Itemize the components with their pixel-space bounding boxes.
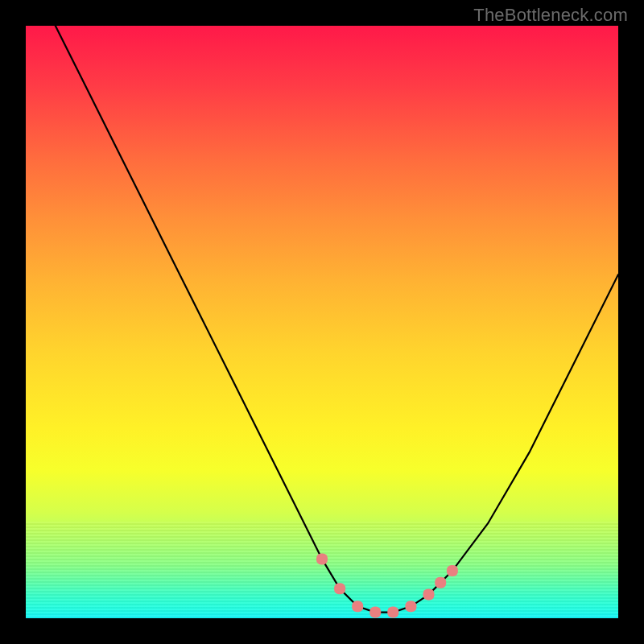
marker-dot (447, 565, 458, 576)
marker-dot (423, 589, 435, 601)
marker-dot (369, 607, 381, 618)
curve-line (56, 26, 618, 613)
marker-dot (334, 583, 345, 594)
marker-dot (405, 601, 416, 612)
marker-dot (435, 577, 446, 588)
chart-svg (26, 26, 618, 618)
optimal-range-markers (316, 553, 458, 617)
watermark-text: TheBottleneck.com (473, 5, 628, 26)
marker-dot (316, 553, 328, 564)
chart-frame: TheBottleneck.com (0, 0, 644, 644)
marker-dot (387, 607, 398, 618)
marker-dot (352, 601, 363, 612)
plot-area (26, 26, 618, 618)
bottleneck-curve (56, 26, 618, 613)
